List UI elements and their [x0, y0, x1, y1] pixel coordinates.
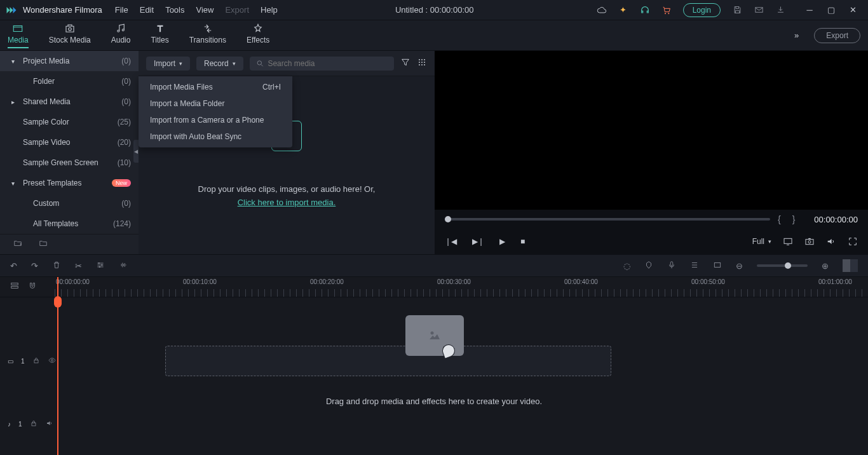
- mail-icon[interactable]: [754, 5, 764, 15]
- download-icon[interactable]: [775, 5, 785, 15]
- sidebar-item-preset-templates[interactable]: ▾Preset TemplatesNew: [0, 173, 139, 193]
- render-icon[interactable]: ◌: [623, 261, 630, 271]
- delete-icon[interactable]: [52, 261, 61, 271]
- preview-quality-dropdown[interactable]: Full ▾: [752, 237, 771, 246]
- svg-point-10: [424, 62, 425, 63]
- fullscreen-icon[interactable]: [848, 236, 858, 247]
- redo-icon[interactable]: ↷: [31, 261, 38, 271]
- minimize-icon[interactable]: ─: [804, 5, 815, 15]
- tab-stock-media[interactable]: Stock Media: [49, 23, 91, 48]
- audio-waveform-icon[interactable]: [119, 261, 128, 271]
- split-icon[interactable]: ✂: [75, 261, 82, 271]
- magnet-icon[interactable]: [28, 282, 37, 292]
- import-media-link[interactable]: Click here to import media.: [238, 198, 336, 207]
- new-folder-icon[interactable]: [13, 239, 23, 250]
- video-track-content[interactable]: [55, 333, 868, 389]
- next-frame-button[interactable]: ▶❘: [472, 237, 484, 246]
- lock-icon[interactable]: [30, 419, 37, 428]
- undo-icon[interactable]: ↶: [10, 261, 17, 271]
- headphones-icon[interactable]: [640, 5, 650, 15]
- sidebar-item-folder[interactable]: Folder(0): [0, 71, 139, 92]
- adjust-icon[interactable]: [96, 261, 105, 271]
- import-dropdown-button[interactable]: Import▾: [146, 57, 190, 71]
- tab-transitions[interactable]: Transitions: [189, 23, 226, 48]
- preview-panel: {} 00:00:00:00 ❘◀ ▶❘ ▶ ■ Full ▾: [435, 51, 868, 254]
- chevron-right-icon: ▸: [11, 98, 19, 105]
- track-manager-icon[interactable]: [10, 282, 19, 292]
- svg-point-8: [419, 62, 420, 63]
- media-toolbar: Import▾ Record▾: [139, 51, 435, 76]
- grid-view-icon[interactable]: [417, 57, 427, 69]
- dragged-media-thumb[interactable]: [405, 315, 464, 356]
- audio-track-content[interactable]: [55, 410, 868, 438]
- menu-file[interactable]: File: [115, 5, 128, 15]
- record-dropdown-button[interactable]: Record▾: [196, 57, 243, 71]
- ruler-mark: 00:00:00:00: [56, 278, 90, 285]
- svg-point-0: [665, 13, 666, 14]
- track-number: 1: [18, 421, 22, 428]
- close-icon[interactable]: ✕: [848, 5, 858, 15]
- tab-media[interactable]: Media: [8, 23, 29, 48]
- search-input[interactable]: [268, 59, 388, 68]
- import-auto-beat-sync[interactable]: Import with Auto Beat Sync: [139, 128, 292, 145]
- timeline-ruler[interactable]: 00:00:00:00 00:00:10:00 00:00:20:00 00:0…: [55, 277, 868, 297]
- prev-frame-button[interactable]: ❘◀: [445, 237, 457, 246]
- playhead[interactable]: [57, 277, 58, 455]
- menu-view[interactable]: View: [196, 5, 214, 15]
- tab-titles[interactable]: Titles: [151, 23, 168, 48]
- import-media-folder[interactable]: Import a Media Folder: [139, 95, 292, 112]
- stop-button[interactable]: ■: [520, 237, 525, 246]
- mute-icon[interactable]: [45, 419, 54, 428]
- bracket-icons[interactable]: {}: [778, 214, 806, 224]
- progress-slider[interactable]: [445, 218, 770, 221]
- svg-point-5: [419, 59, 420, 60]
- sidebar-item-sample-video[interactable]: Sample Video(20): [0, 132, 139, 153]
- sidebar-item-sample-color[interactable]: Sample Color(25): [0, 112, 139, 132]
- workspace-tabs-bar: Media Stock Media Audio Titles Transitio…: [0, 20, 868, 51]
- import-from-camera[interactable]: Import from a Camera or a Phone: [139, 112, 292, 128]
- mixer-icon[interactable]: [690, 261, 699, 271]
- tab-media-label: Media: [8, 36, 29, 44]
- zoom-in-icon[interactable]: ⊕: [822, 261, 829, 271]
- login-button[interactable]: Login: [683, 3, 721, 17]
- import-media-files[interactable]: Import Media FilesCtrl+I: [139, 79, 292, 95]
- timeline-drop-zone[interactable]: [165, 346, 611, 376]
- timeline-scale-toggle[interactable]: [843, 259, 858, 272]
- sidebar-item-custom[interactable]: Custom(0): [0, 193, 139, 214]
- sidebar-item-project-media[interactable]: ▾Project Media(0): [0, 51, 139, 71]
- search-media-field[interactable]: [250, 57, 394, 71]
- ruler-mark: 00:00:40:00: [564, 278, 598, 285]
- collapse-sidebar-handle[interactable]: ◀: [133, 140, 139, 163]
- zoom-slider[interactable]: [757, 264, 808, 267]
- volume-icon[interactable]: [826, 236, 836, 247]
- export-button[interactable]: Export: [814, 28, 860, 43]
- folder-icon[interactable]: [38, 239, 48, 250]
- filter-icon[interactable]: [400, 57, 410, 69]
- tab-effects[interactable]: Effects: [247, 23, 269, 48]
- svg-rect-21: [714, 262, 720, 267]
- sidebar-item-all-templates[interactable]: All Templates(124): [0, 214, 139, 234]
- video-track-1: ▭1: [0, 333, 868, 389]
- cart-icon[interactable]: [661, 5, 672, 15]
- sidebar-item-sample-green-screen[interactable]: Sample Green Screen(10): [0, 153, 139, 173]
- voiceover-icon[interactable]: [667, 261, 676, 271]
- display-icon[interactable]: [783, 236, 793, 247]
- lightbulb-icon[interactable]: ✦: [618, 5, 628, 15]
- chevron-down-icon: ▾: [768, 238, 771, 245]
- menu-edit[interactable]: Edit: [140, 5, 154, 15]
- snapshot-icon[interactable]: [804, 236, 815, 247]
- lock-icon[interactable]: [32, 357, 40, 365]
- crop-icon[interactable]: [713, 261, 722, 271]
- maximize-icon[interactable]: ▢: [826, 5, 836, 15]
- zoom-out-icon[interactable]: ⊖: [736, 261, 743, 271]
- more-tabs-icon[interactable]: »: [794, 31, 799, 40]
- menu-help[interactable]: Help: [261, 5, 278, 15]
- sidebar-item-shared-media[interactable]: ▸Shared Media(0): [0, 92, 139, 112]
- drop-hint-text: Drop your video clips, images, or audio …: [198, 183, 376, 196]
- play-button[interactable]: ▶: [499, 237, 505, 246]
- tab-audio[interactable]: Audio: [111, 23, 131, 48]
- menu-tools[interactable]: Tools: [165, 5, 184, 15]
- save-icon[interactable]: [732, 5, 742, 15]
- marker-icon[interactable]: [644, 261, 653, 271]
- cloud-icon[interactable]: [597, 5, 607, 15]
